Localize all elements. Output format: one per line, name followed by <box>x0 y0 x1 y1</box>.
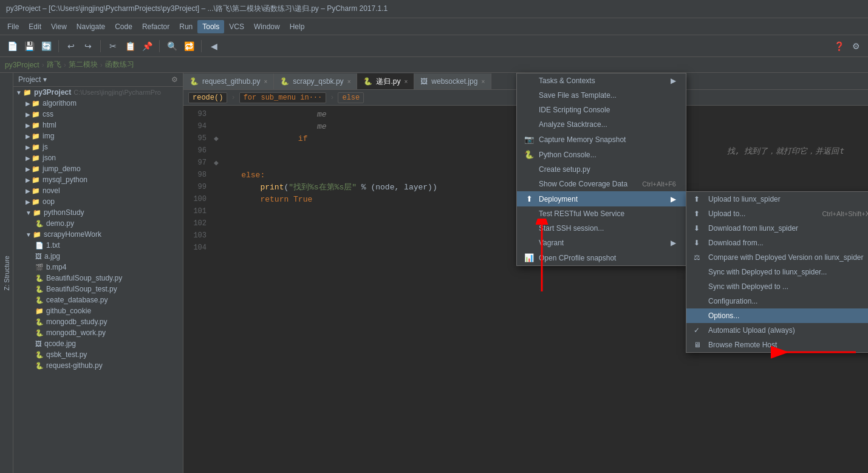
tree-item-algorithom[interactable]: ▶ 📁 algorithom <box>13 98 183 109</box>
breadcrumb: py3Project › 路飞 › 第二模块 › 函数练习 <box>0 57 868 73</box>
tree-item-scrapy[interactable]: ▼ 📁 scrapyHomeWork <box>13 229 183 240</box>
toolbar-undo[interactable]: ↩ <box>64 39 78 53</box>
tree-item-mongodb-work[interactable]: 🐍 mongodb_work.py <box>13 327 183 338</box>
submenu-auto-upload[interactable]: ✓ Automatic Upload (always) <box>686 323 868 338</box>
toolbar-copy[interactable]: 📋 <box>123 39 137 53</box>
tree-item-1txt[interactable]: 📄 1.txt <box>13 240 183 251</box>
toolbar-sep3 <box>159 40 160 52</box>
menu-vagrant[interactable]: Vagrant ▶ <box>517 236 686 250</box>
tree-item-ceate[interactable]: 🐍 ceate_database.py <box>13 294 183 305</box>
toolbar-replace[interactable]: 🔁 <box>182 39 196 53</box>
tree-item-demo[interactable]: 🐍 demo.py <box>13 218 183 229</box>
menu-file[interactable]: File <box>2 20 24 33</box>
tree-item-oop[interactable]: ▶ 📁 oop <box>13 196 183 207</box>
project-settings-icon[interactable]: ⚙ <box>171 75 178 84</box>
tree-item-ajpg[interactable]: 🖼 a.jpg <box>13 251 183 262</box>
menu-capture-memory[interactable]: 📷 Capture Memory Snapshot <box>517 132 686 147</box>
title-text: py3Project – [C:\Users\jingjing\PycharmP… <box>6 4 388 14</box>
menu-deployment[interactable]: ⬆ Deployment ▶ ⬆ Upload to liunx_spider … <box>517 191 686 206</box>
tree-item-request-github[interactable]: 🐍 request-github.py <box>13 360 183 371</box>
tree-item-bmp4[interactable]: 🎬 b.mp4 <box>13 262 183 273</box>
menu-view[interactable]: View <box>46 20 72 33</box>
tab-close-digui[interactable]: × <box>404 78 408 85</box>
tab-request-github[interactable]: 🐍 request_github.py × <box>183 73 274 89</box>
deployment-submenu: ⬆ Upload to liunx_spider ⬆ Upload to... … <box>686 191 868 353</box>
project-dropdown-icon[interactable]: ▾ <box>43 75 47 84</box>
menu-ide-scripting[interactable]: IDE Scripting Console <box>517 103 686 117</box>
structure-tab[interactable]: Z: Structure <box>2 252 12 294</box>
menu-edit[interactable]: Edit <box>24 20 46 33</box>
menu-open-cprofile[interactable]: 📊 Open CProfile snapshot <box>517 250 686 265</box>
menu-run[interactable]: Run <box>174 20 197 33</box>
menu-vcs[interactable]: VCS <box>224 20 249 33</box>
breadcrumb-root[interactable]: py3Project <box>5 61 39 69</box>
menu-tasks-contexts[interactable]: Tasks & Contexts ▶ <box>517 73 686 88</box>
tree-item-pythonstudy[interactable]: ▼ 📁 pythonStudy <box>13 207 183 218</box>
menu-analyze-stacktrace[interactable]: Analyze Stacktrace... <box>517 117 686 132</box>
submenu-sync-liunx[interactable]: Sync with Deployed to liunx_spider... <box>686 265 868 279</box>
submenu-upload-to[interactable]: ⬆ Upload to... Ctrl+Alt+Shift+X <box>686 206 868 221</box>
menu-help[interactable]: Help <box>285 20 310 33</box>
menu-window[interactable]: Window <box>249 20 285 33</box>
toolbar-redo[interactable]: ↪ <box>81 39 95 53</box>
submenu-upload-liunx[interactable]: ⬆ Upload to liunx_spider <box>686 192 868 206</box>
tab-websocket[interactable]: 🖼 websocket.jpg × <box>414 73 491 89</box>
submenu-browse-remote[interactable]: 🖥 Browse Remote Host <box>686 338 868 352</box>
tab-digui[interactable]: 🐍 递归.py × <box>357 73 414 89</box>
tree-item-bstest[interactable]: 🐍 BeautifulSoup_test.py <box>13 284 183 294</box>
breadcrumb-func[interactable]: 函数练习 <box>105 60 134 70</box>
toolbar-paste[interactable]: 📌 <box>140 39 154 53</box>
tree-item-css[interactable]: ▶ 📁 css <box>13 109 183 120</box>
browse-icon: 🖥 <box>694 341 703 349</box>
menu-refactor[interactable]: Refactor <box>137 20 174 33</box>
menu-bar: File Edit View Navigate Code Refactor Ru… <box>0 18 868 35</box>
toolbar-new[interactable]: 📄 <box>5 39 19 53</box>
submenu-download-from[interactable]: ⬇ Download from... <box>686 236 868 250</box>
tab-close-websocket[interactable]: × <box>481 78 485 85</box>
toolbar-save[interactable]: 💾 <box>22 39 36 53</box>
menu-start-ssh[interactable]: Start SSH session... <box>517 221 686 236</box>
tab-scrapy-qsbk[interactable]: 🐍 scrapy_qsbk.py × <box>274 73 357 89</box>
tree-item-novel[interactable]: ▶ 📁 novel <box>13 185 183 196</box>
tree-item-bsstudy[interactable]: 🐍 BeautifulSoup_study.py <box>13 273 183 284</box>
menu-show-coverage[interactable]: Show Code Coverage Data Ctrl+Alt+F6 <box>517 177 686 191</box>
menu-navigate[interactable]: Navigate <box>72 20 110 33</box>
tree-item-qcode[interactable]: 🖼 qcode.jpg <box>13 338 183 349</box>
submenu-download-from-liunx[interactable]: ⬇ Download from liunx_spider <box>686 221 868 236</box>
toolbar-search[interactable]: 🔍 <box>165 39 179 53</box>
submenu-options[interactable]: Options... <box>686 308 868 323</box>
code-bar-else: else <box>338 92 364 103</box>
checkmark-icon: ✓ <box>694 326 703 335</box>
tab-close-request[interactable]: × <box>264 78 267 85</box>
tools-dropdown-menu: Tasks & Contexts ▶ Save File as Template… <box>516 73 686 266</box>
toolbar-back[interactable]: ◀ <box>207 39 221 53</box>
tab-icon: 🐍 <box>190 77 199 86</box>
toolbar-settings[interactable]: ⚙ <box>849 39 863 53</box>
toolbar-help[interactable]: ❓ <box>832 39 846 53</box>
menu-code[interactable]: Code <box>110 20 137 33</box>
toolbar-sync[interactable]: 🔄 <box>39 39 53 53</box>
menu-tools[interactable]: Tools <box>197 20 224 33</box>
tree-item-mongodb-study[interactable]: 🐍 mongodb_study.py <box>13 316 183 327</box>
menu-python-console[interactable]: 🐍 Python Console... <box>517 147 686 162</box>
tree-item-html[interactable]: ▶ 📁 html <box>13 120 183 131</box>
tree-item-mysql[interactable]: ▶ 📁 mysql_python <box>13 174 183 185</box>
tree-root[interactable]: ▼ 📁 py3Project C:\Users\jingjing\Pycharm… <box>13 87 183 98</box>
submenu-compare-deployed[interactable]: ⚖ Compare with Deployed Version on liunx… <box>686 250 868 265</box>
project-tree: ▼ 📁 py3Project C:\Users\jingjing\Pycharm… <box>13 87 183 371</box>
tab-close-scrapy[interactable]: × <box>347 78 351 85</box>
menu-test-restful[interactable]: Test RESTful Web Service <box>517 206 686 221</box>
breadcrumb-module[interactable]: 第二模块 <box>69 60 98 70</box>
breadcrumb-lufei[interactable]: 路飞 <box>47 60 61 70</box>
menu-save-template[interactable]: Save File as Template... <box>517 88 686 103</box>
menu-create-setup[interactable]: Create setup.py <box>517 162 686 177</box>
submenu-configuration[interactable]: Configuration... <box>686 294 868 308</box>
toolbar-cut[interactable]: ✂ <box>106 39 120 53</box>
tree-item-img[interactable]: ▶ 📁 img <box>13 131 183 141</box>
submenu-sync-deployed[interactable]: Sync with Deployed to ... <box>686 279 868 294</box>
tree-item-json[interactable]: ▶ 📁 json <box>13 152 183 163</box>
tree-item-qsbk[interactable]: 🐍 qsbk_test.py <box>13 349 183 360</box>
tree-item-jump-demo[interactable]: ▶ 📁 jump_demo <box>13 163 183 174</box>
tree-item-github-cookie[interactable]: 📁 github_cookie <box>13 305 183 316</box>
tree-item-js[interactable]: ▶ 📁 js <box>13 141 183 152</box>
